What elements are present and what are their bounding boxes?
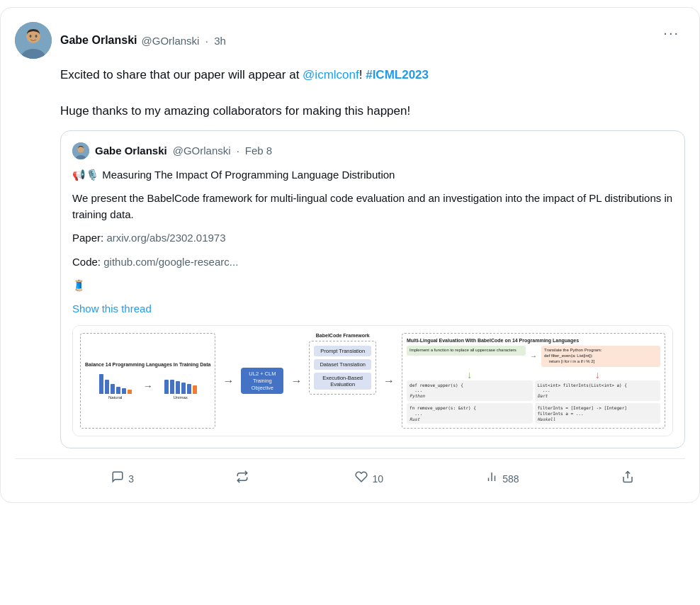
ul2-container: UL2 + CLM Training Objective [241, 333, 283, 429]
babel-item-1: Prompt Translation [314, 346, 371, 356]
tweet-body: Excited to share that our paper will app… [15, 66, 685, 120]
svg-point-5 [35, 35, 38, 38]
eval-code3: fn remove_upper(s: &str) { ...Rust [407, 403, 532, 424]
like-button[interactable]: 10 [346, 466, 392, 491]
user-info: Gabe Orlanski @GOrlanski · 3h [60, 34, 226, 47]
eval-code1: def remove_upper(s) { ...Python [407, 380, 532, 401]
bar-6 [128, 390, 132, 394]
ubar-5 [187, 384, 191, 394]
paper-label: Paper: [72, 232, 103, 244]
diagram-image: Balance 14 Programming Languages In Trai… [72, 325, 673, 436]
svg-point-4 [30, 35, 32, 38]
author-handle: @GOrlanski [142, 35, 200, 47]
hashtag-link[interactable]: #ICML2023 [366, 68, 429, 81]
author-time: 3h [214, 35, 226, 47]
quoted-author-name: Gabe Orlanski [95, 145, 167, 157]
eval-title: Multi-Lingual Evaluation With BabelCode … [407, 338, 660, 343]
quoted-date: Feb 8 [245, 145, 272, 157]
quoted-avatar [72, 142, 89, 159]
babel-item-2: Dataset Translation [314, 359, 371, 370]
paper-link[interactable]: arxiv.org/abs/2302.01973 [106, 232, 225, 244]
babel-items: Prompt Translation Dataset Translation E… [309, 341, 376, 395]
thread-emoji: 🧵 [72, 279, 86, 291]
unimax-label: Unimax [174, 395, 188, 400]
arrow-3: → [382, 333, 396, 429]
like-count: 10 [372, 473, 383, 485]
mention-link[interactable]: @icmlconf [303, 68, 359, 81]
quoted-tweet-header: Gabe Orlanski @GOrlanski · Feb 8 [72, 142, 673, 159]
retweet-icon [236, 470, 249, 487]
bar-1 [99, 374, 103, 394]
ubar-1 [164, 380, 169, 394]
babel-section: BabelCode Framework Prompt Translation D… [309, 333, 376, 429]
tweet-header-left: Gabe Orlanski @GOrlanski · 3h [15, 22, 226, 59]
eval-code4: filterInts = [Integer] -> [Integer]filte… [535, 403, 661, 424]
quoted-tweet: Gabe Orlanski @GOrlanski · Feb 8 📢🎙️ Mea… [60, 130, 685, 449]
retweet-button[interactable] [227, 466, 261, 491]
views-count: 588 [502, 473, 519, 485]
like-icon [355, 470, 368, 487]
section1-title: Balance 14 Programming Languages In Trai… [85, 362, 210, 367]
views-icon [485, 470, 498, 487]
share-button[interactable] [613, 466, 643, 491]
arrow-1: → [221, 333, 235, 429]
eval-prompt-box: Implement a function to replace all uppe… [407, 346, 526, 356]
ubar-2 [170, 380, 174, 394]
arrow-between-bars: → [143, 380, 153, 392]
user-name-row: Gabe Orlanski @GOrlanski · 3h [60, 34, 226, 47]
code-link[interactable]: github.com/google-researc... [103, 256, 238, 268]
natural-bars [99, 373, 132, 394]
views-button[interactable]: 588 [477, 466, 527, 491]
more-options-button[interactable]: ··· [657, 22, 685, 44]
tweet-body-prefix: Excited to share that our paper will app… [60, 68, 303, 81]
ul2-box: UL2 + CLM Training Objective [241, 368, 283, 394]
tweet-card: Gabe Orlanski @GOrlanski · 3h ··· Excite… [0, 7, 700, 503]
quoted-body-text: We present the BabelCode framework for m… [72, 190, 673, 223]
bar-3 [111, 384, 115, 394]
tweet-header: Gabe Orlanski @GOrlanski · 3h ··· [15, 22, 685, 59]
reply-count: 3 [128, 473, 134, 485]
tweet-body-suffix: ! [359, 68, 363, 81]
bar-5 [122, 388, 126, 394]
tweet-actions: 3 10 [15, 458, 685, 491]
babel-item-3: Execution-BasedEvaluation [314, 373, 371, 390]
quoted-title: Measuring The Impact Of Programming Lang… [102, 169, 395, 181]
tweet-second-line: Huge thanks to my amazing collaborators … [60, 102, 685, 120]
show-thread-link[interactable]: Show this thread [72, 300, 673, 317]
ubar-3 [176, 381, 180, 394]
title-emoji: 📢🎙️ [72, 169, 99, 181]
author-handle-time: @GOrlanski · 3h [142, 35, 226, 47]
reply-button[interactable]: 3 [103, 466, 142, 491]
quoted-tweet-body: 📢🎙️ Measuring The Impact Of Programming … [72, 166, 673, 317]
natural-label: Natural [108, 395, 122, 400]
eval-section: Multi-Lingual Evaluation With BabelCode … [402, 333, 665, 429]
quoted-date-separator: · [237, 145, 239, 157]
quoted-author-handle: @GOrlanski [173, 145, 231, 157]
eval-translate-box: Translate the Python Program:def filter_… [541, 346, 660, 366]
avatar[interactable] [15, 22, 52, 59]
ubar-6 [193, 385, 197, 394]
arrow-2: → [289, 333, 303, 429]
diagram-section-1: Balance 14 Programming Languages In Trai… [80, 333, 215, 429]
share-icon [621, 470, 634, 487]
bar-4 [116, 387, 120, 394]
diagram-container: Balance 14 Programming Languages In Trai… [73, 326, 672, 436]
ubar-4 [181, 383, 186, 394]
author-name: Gabe Orlanski [60, 34, 137, 47]
eval-arrow-right: → [529, 352, 538, 360]
bar-2 [105, 380, 109, 394]
eval-code2: List<int> filterInts(List<int> a) { ...D… [535, 380, 661, 401]
reply-icon [111, 470, 124, 487]
unimax-bars [164, 373, 197, 394]
code-label: Code: [72, 256, 101, 268]
babel-title: BabelCode Framework [309, 333, 376, 338]
